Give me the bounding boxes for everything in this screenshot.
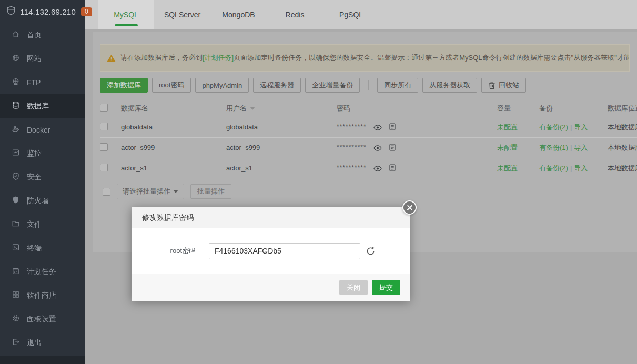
backup-link[interactable]: 有备份(1) (539, 144, 568, 151)
close-icon[interactable] (402, 200, 417, 215)
copy-password-icon[interactable] (389, 124, 396, 132)
sidebar-item-website[interactable]: 网站 (0, 47, 85, 70)
import-link[interactable]: 导入 (574, 164, 588, 172)
location-cell: 本地数据库 (608, 137, 637, 158)
backup-link[interactable]: 有备份(2) (539, 123, 568, 131)
sidebar-item-home[interactable]: 首页 (0, 23, 85, 47)
location-cell: 本地数据库 (608, 158, 637, 178)
table-row: actor_s1 actor_s1 ********** 未配置 有备份(2)|… (100, 158, 637, 178)
root-password-label: root密码 (158, 246, 196, 256)
batch-actions-row: 请选择批量操作 批量操作 (100, 184, 630, 199)
show-password-eye-icon[interactable] (373, 145, 382, 153)
enterprise-backup-button[interactable]: 企业增量备份 (305, 78, 360, 93)
sidebar-item-label: 计划任务 (27, 267, 56, 277)
tab-pgsql[interactable]: PgSQL (323, 0, 379, 29)
sidebar-item-terminal[interactable]: 终端 (0, 236, 85, 260)
batch-apply-button[interactable]: 批量操作 (190, 184, 231, 199)
select-all-checkbox[interactable] (100, 104, 108, 112)
cron-page-link[interactable]: [计划任务] (203, 54, 234, 62)
folder-icon (12, 219, 20, 229)
notification-badge[interactable]: 0 (81, 7, 92, 16)
table-header-row: 数据库名 用户名 密码 容量 备份 数据库位置 (100, 100, 637, 117)
sidebar-item-docker[interactable]: Docker (0, 118, 85, 141)
panel-logo-icon (6, 6, 16, 17)
row-checkbox[interactable] (100, 143, 108, 151)
import-link[interactable]: 导入 (574, 123, 588, 131)
db-name-cell: actor_s999 (121, 137, 226, 158)
server-ip: 114.132.69.210 (20, 7, 76, 16)
toolbar-divider (368, 80, 369, 90)
add-database-button[interactable]: 添加数据库 (100, 78, 148, 93)
batch-action-select[interactable]: 请选择批量操作 (117, 184, 184, 199)
show-password-eye-icon[interactable] (373, 165, 382, 173)
sidebar-item-security[interactable]: 安全 (0, 165, 85, 189)
sync-all-button[interactable]: 同步所有 (377, 78, 418, 93)
copy-password-icon[interactable] (389, 165, 396, 173)
sidebar-item-settings[interactable]: 面板设置 (0, 307, 85, 331)
calendar-icon (12, 267, 20, 277)
col-username[interactable]: 用户名 (226, 100, 337, 117)
sidebar-item-logout[interactable]: 退出 (0, 331, 85, 355)
sidebar-item-label: 首页 (27, 31, 42, 40)
database-icon (12, 101, 20, 111)
sidebar-item-files[interactable]: 文件 (0, 213, 85, 236)
username-cell: globaldata (226, 117, 337, 137)
warning-text: 请在添加数据库后，务必到[计划任务]页面添加定时备份任务，以确保您的数据安全。温… (120, 53, 630, 63)
sidebar-item-appstore[interactable]: 软件商店 (0, 284, 85, 307)
tab-mongodb[interactable]: MongoDB (210, 0, 267, 29)
remote-server-button[interactable]: 远程服务器 (253, 78, 301, 93)
capacity-link[interactable]: 未配置 (497, 164, 518, 172)
tab-mysql[interactable]: MySQL (98, 0, 154, 29)
dialog-footer: 关闭 提交 (132, 274, 410, 301)
show-password-eye-icon[interactable] (373, 124, 382, 132)
capacity-link[interactable]: 未配置 (497, 144, 518, 151)
root-password-button[interactable]: root密码 (152, 78, 191, 93)
root-password-input[interactable] (209, 243, 360, 259)
regenerate-password-icon[interactable] (366, 247, 375, 256)
sidebar-item-label: Docker (27, 126, 50, 134)
sidebar-item-label: 监控 (27, 149, 42, 158)
sort-caret-icon (250, 107, 255, 110)
recycle-bin-button[interactable]: 回收站 (481, 78, 526, 93)
dialog-submit-button[interactable]: 提交 (372, 280, 400, 295)
sidebar: 114.132.69.210 0 首页 网站 FTP 数据库 Docker 监控 (0, 0, 85, 364)
sidebar-item-cron[interactable]: 计划任务 (0, 260, 85, 284)
home-icon (12, 30, 20, 40)
gear-icon (12, 314, 20, 324)
password-cell: ********** (337, 158, 497, 178)
docker-icon (12, 125, 20, 135)
password-cell: ********** (337, 137, 497, 158)
terminal-icon (12, 243, 20, 253)
ftp-icon (12, 77, 20, 87)
capacity-link[interactable]: 未配置 (497, 123, 518, 131)
tab-redis[interactable]: Redis (267, 0, 323, 29)
phpmyadmin-button[interactable]: phpMyAdmin (195, 78, 249, 93)
sidebar-item-label: 终端 (27, 244, 42, 253)
col-capacity: 容量 (497, 100, 539, 117)
db-name-cell: globaldata (121, 117, 226, 137)
dialog-close-button[interactable]: 关闭 (339, 280, 368, 295)
sidebar-bottom-strip (0, 356, 85, 364)
sidebar-item-firewall[interactable]: 防火墙 (0, 189, 85, 213)
server-header: 114.132.69.210 0 (0, 0, 85, 23)
database-toolbar: 添加数据库 root密码 phpMyAdmin 远程服务器 企业增量备份 同步所… (100, 78, 630, 93)
table-row: actor_s999 actor_s999 ********** 未配置 有备份… (100, 137, 637, 158)
chevron-down-icon (173, 190, 178, 193)
batch-select-checkbox[interactable] (103, 188, 110, 196)
sidebar-item-database[interactable]: 数据库 (0, 94, 85, 118)
backup-separator: | (570, 123, 572, 131)
import-link[interactable]: 导入 (574, 144, 588, 151)
col-backup: 备份 (539, 100, 608, 117)
tab-sqlserver[interactable]: SQLServer (154, 0, 210, 29)
sidebar-item-label: 文件 (27, 220, 42, 229)
logout-icon (12, 338, 20, 348)
sidebar-item-monitor[interactable]: 监控 (0, 141, 85, 165)
row-checkbox[interactable] (100, 164, 108, 171)
copy-password-icon[interactable] (389, 145, 396, 153)
sidebar-item-ftp[interactable]: FTP (0, 70, 85, 94)
dialog-title: 修改数据库密码 (132, 207, 410, 228)
trash-icon (488, 82, 496, 89)
fetch-from-server-button[interactable]: 从服务器获取 (422, 78, 477, 93)
row-checkbox[interactable] (100, 123, 108, 130)
backup-link[interactable]: 有备份(2) (539, 164, 568, 172)
